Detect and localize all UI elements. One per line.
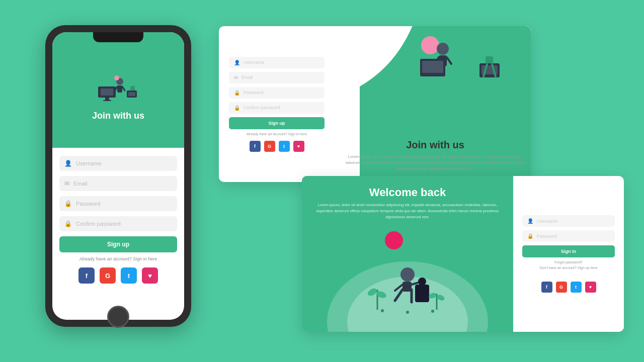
lock-icon: 🔒: [64, 200, 72, 207]
twitter-button[interactable]: t: [121, 267, 137, 284]
phone-confirm-placeholder: Confirm password: [76, 221, 121, 227]
instagram-button[interactable]: ♥: [142, 267, 158, 284]
email-icon: ✉: [64, 180, 69, 187]
svg-rect-3: [103, 100, 111, 101]
phone-username-field[interactable]: 👤 Username: [59, 156, 177, 171]
svg-point-45: [431, 310, 434, 313]
svg-rect-5: [117, 85, 122, 93]
login-password-placeholder: Password: [537, 234, 557, 239]
svg-rect-10: [130, 86, 135, 91]
desk-signin-text: Already have an account? Sign in here: [229, 132, 325, 136]
svg-line-17: [447, 57, 451, 64]
desktop-signup-form: 👤 Username ✉ Email 🔒 Password 🔒 Confirm …: [219, 26, 335, 182]
svg-rect-30: [403, 282, 412, 292]
phone-illustration: [96, 71, 141, 107]
desk-twitter-button[interactable]: t: [279, 141, 290, 152]
desktop-signup-right: Join with us Lorem ipsum, dolor sit amet…: [335, 26, 531, 182]
desktop-login-card: Welcome back Lorem ipsum, dolor sit amet…: [302, 176, 624, 332]
welcome-description: Lorem ipsum, dolor sit amet consectetur …: [312, 202, 503, 220]
desk-user-icon: 👤: [234, 60, 240, 65]
phone-email-placeholder: Email: [73, 180, 88, 187]
user-icon: 👤: [64, 160, 72, 167]
svg-rect-21: [486, 56, 493, 64]
desk-join-description: Lorem ipsum, dolor sit amet consectetur …: [345, 154, 526, 172]
phone-confirm-field[interactable]: 🔒 Confirm password: [59, 216, 177, 231]
phone-signin-text: Already have an account? Sign in here: [59, 256, 177, 261]
svg-point-13: [421, 36, 439, 54]
login-twitter-button[interactable]: t: [571, 282, 582, 293]
desk-username-placeholder: Username: [244, 60, 265, 65]
login-username-placeholder: Username: [537, 219, 558, 224]
desktop-login-left: Welcome back Lorem ipsum, dolor sit amet…: [302, 176, 513, 332]
svg-point-20: [484, 44, 496, 56]
desk-google-button[interactable]: G: [264, 141, 275, 152]
phone-notch: [93, 32, 143, 42]
login-lock-icon: 🔒: [527, 233, 533, 239]
login-password-field[interactable]: 🔒 Password: [522, 230, 615, 242]
phone-username-placeholder: Username: [76, 160, 102, 166]
phone-screen: Join with us 👤 Username ✉ Email 🔒 Passwo…: [52, 32, 184, 320]
desk-confirm-placeholder: Confirm password: [244, 105, 280, 110]
svg-point-14: [437, 43, 449, 55]
phone-signup-button[interactable]: Sign up: [59, 236, 177, 252]
desk-lock-icon: 🔒: [234, 90, 240, 96]
phone-header: Join with us: [52, 32, 184, 148]
phone-title: Join with us: [92, 111, 144, 121]
desktop-signup-card: 👤 Username ✉ Email 🔒 Password 🔒 Confirm …: [219, 26, 531, 182]
svg-point-41: [428, 292, 437, 300]
svg-line-31: [395, 290, 403, 301]
desk-signup-right-content: Join with us Lorem ipsum, dolor sit amet…: [345, 139, 526, 172]
phone-mockup: Join with us 👤 Username ✉ Email 🔒 Passwo…: [45, 25, 191, 327]
phone-password-field[interactable]: 🔒 Password: [59, 196, 177, 211]
login-user-icon: 👤: [527, 218, 533, 224]
svg-rect-19: [422, 61, 443, 73]
desktop-login-form: 👤 Username 🔒 Password Sign in Forgot pas…: [513, 176, 624, 332]
desk-password-field[interactable]: 🔒 Password: [229, 87, 325, 99]
svg-point-38: [366, 287, 378, 297]
svg-rect-12: [128, 92, 135, 96]
desk-join-title: Join with us: [345, 139, 526, 151]
svg-point-29: [400, 267, 415, 282]
login-google-button[interactable]: G: [556, 282, 567, 293]
phone-form: 👤 Username ✉ Email 🔒 Password 🔒 Confirm …: [52, 148, 184, 292]
svg-point-9: [130, 79, 136, 85]
desk-lock2-icon: 🔒: [234, 105, 240, 111]
svg-point-8: [114, 75, 119, 80]
desk-email-placeholder: Email: [242, 75, 253, 80]
login-username-field[interactable]: 👤 Username: [522, 215, 615, 227]
welcome-title: Welcome back: [369, 186, 446, 199]
phone-social-buttons: f G t ♥: [59, 267, 177, 284]
desk-confirm-field[interactable]: 🔒 Confirm password: [229, 102, 325, 114]
svg-line-7: [122, 86, 125, 90]
login-facebook-button[interactable]: f: [541, 282, 552, 293]
desk-email-icon: ✉: [234, 75, 238, 80]
facebook-button[interactable]: f: [78, 267, 95, 284]
desk-signup-button[interactable]: Sign up: [229, 117, 325, 129]
create-account-text: Don't have an account? Sign up here: [522, 266, 615, 269]
lock2-icon: 🔒: [64, 220, 72, 227]
svg-rect-1: [101, 88, 113, 96]
desk-social-buttons: f G t ♥: [229, 141, 325, 152]
svg-rect-35: [415, 285, 429, 302]
svg-point-36: [418, 278, 426, 286]
login-social-buttons: f G t ♥: [522, 282, 615, 293]
desk-facebook-button[interactable]: f: [250, 141, 261, 152]
desk-instagram-button[interactable]: ♥: [293, 141, 304, 152]
svg-point-44: [406, 311, 409, 314]
phone-email-field[interactable]: ✉ Email: [59, 176, 177, 191]
login-signin-button[interactable]: Sign in: [522, 245, 615, 257]
desk-password-placeholder: Password: [244, 90, 264, 95]
desk-username-field[interactable]: 👤 Username: [229, 57, 325, 68]
forgot-password-text: Forgot password?: [522, 260, 615, 264]
desk-email-field[interactable]: ✉ Email: [229, 72, 325, 83]
google-button[interactable]: G: [100, 267, 116, 284]
phone-home-button[interactable]: [107, 306, 129, 328]
svg-point-43: [381, 309, 384, 312]
phone-password-placeholder: Password: [76, 201, 100, 207]
phone-body: Join with us 👤 Username ✉ Email 🔒 Passwo…: [45, 25, 191, 327]
login-instagram-button[interactable]: ♥: [585, 282, 596, 293]
